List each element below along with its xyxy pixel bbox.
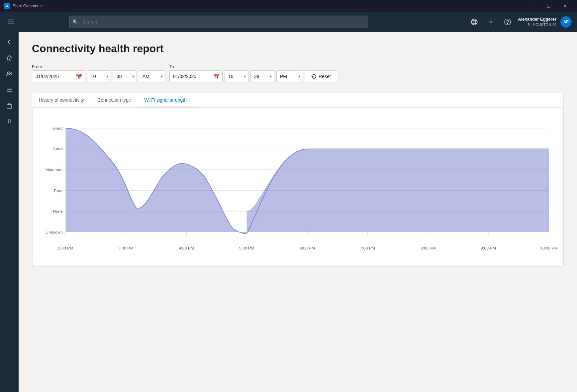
svg-point-10 xyxy=(508,24,508,24)
title-bar: SC Store Commerce ─ □ ✕ xyxy=(0,0,577,12)
to-group: To 📅 109118 3800153045 xyxy=(169,64,337,82)
to-hour-select[interactable]: 109118 xyxy=(225,70,248,82)
svg-point-8 xyxy=(490,21,492,23)
user-name: Alexander Eggerer xyxy=(518,16,556,22)
tab-history[interactable]: History of connectivity xyxy=(32,93,91,107)
sidebar-item-group[interactable] xyxy=(2,66,17,81)
tabs: History of connectivity Connection type … xyxy=(32,93,563,107)
sidebar-item-back[interactable] xyxy=(2,35,17,49)
chart-container: Great Good Moderate Poor None Unknown 2:… xyxy=(32,107,563,267)
nav-actions: Alexander Eggerer 5 - HOUSTON-42 AE xyxy=(468,16,572,28)
hamburger-button[interactable] xyxy=(5,16,17,28)
app-icon: SC xyxy=(4,3,10,9)
svg-rect-2 xyxy=(8,24,14,24)
from-label: From xyxy=(32,64,165,69)
from-hour-wrap: 109118 xyxy=(87,70,111,82)
from-period-select[interactable]: AMPM xyxy=(139,70,165,82)
svg-text:Poor: Poor xyxy=(54,188,63,193)
nav-bar: 🔍 Alexander Eggerer 5 - HOUSTON-42 AE xyxy=(0,12,577,32)
svg-text:None: None xyxy=(53,209,63,214)
svg-text:8:00 PM: 8:00 PM xyxy=(421,246,436,250)
tab-wifi[interactable]: Wi-Fi signal strength xyxy=(138,93,193,107)
svg-text:9:00 PM: 9:00 PM xyxy=(481,246,496,250)
from-date-wrap: 📅 xyxy=(32,70,85,82)
svg-text:Unknown: Unknown xyxy=(46,230,62,234)
to-period-select[interactable]: PMAM xyxy=(276,70,303,82)
search-icon: 🔍 xyxy=(72,19,78,25)
page-title: Connectivity health report xyxy=(32,43,564,55)
svg-text:7:00 PM: 7:00 PM xyxy=(360,246,375,250)
sidebar-item-bag[interactable] xyxy=(2,98,17,113)
from-controls: 📅 109118 3800153045 AMPM xyxy=(32,70,165,82)
search-bar: 🔍 xyxy=(69,16,368,28)
minimize-button[interactable]: ─ xyxy=(525,0,540,12)
sidebar-item-home[interactable] xyxy=(2,50,17,65)
help-button[interactable] xyxy=(501,16,514,28)
from-hour-select[interactable]: 109118 xyxy=(87,70,111,82)
title-bar-left: SC Store Commerce xyxy=(4,3,43,9)
tab-connection[interactable]: Connection type xyxy=(91,93,138,107)
maximize-button[interactable]: □ xyxy=(541,0,556,12)
main-layout: 0 Connectivity health report From 📅 1091… xyxy=(0,32,577,392)
app-title: Store Commerce xyxy=(13,4,43,8)
svg-text:Good: Good xyxy=(53,147,63,151)
svg-text:5:00 PM: 5:00 PM xyxy=(239,246,254,250)
report-card: History of connectivity Connection type … xyxy=(32,93,564,267)
content: Connectivity health report From 📅 109118 xyxy=(19,32,577,392)
svg-rect-1 xyxy=(8,22,14,22)
svg-text:2:00 PM: 2:00 PM xyxy=(58,246,73,250)
svg-text:6:00 PM: 6:00 PM xyxy=(300,246,315,250)
svg-point-11 xyxy=(7,72,9,74)
svg-text:3:00 PM: 3:00 PM xyxy=(118,246,134,250)
to-label: To xyxy=(169,64,337,69)
svg-text:10:00 PM: 10:00 PM xyxy=(540,246,558,250)
to-hour-wrap: 109118 xyxy=(225,70,248,82)
svg-rect-0 xyxy=(8,20,14,20)
user-sub: 5 - HOUSTON-42 xyxy=(528,22,556,27)
to-controls: 📅 109118 3800153045 PMAM xyxy=(169,70,337,82)
search-input[interactable] xyxy=(69,16,368,28)
chart-svg: Great Good Moderate Poor None Unknown 2:… xyxy=(36,114,556,260)
from-minute-wrap: 3800153045 xyxy=(113,70,137,82)
svg-text:Moderate: Moderate xyxy=(46,167,63,172)
reset-icon xyxy=(311,74,317,79)
to-period-wrap: PMAM xyxy=(276,70,303,82)
svg-point-12 xyxy=(10,72,12,74)
sidebar: 0 xyxy=(0,32,19,392)
svg-text:4:00 PM: 4:00 PM xyxy=(179,246,194,250)
reset-label: Reset xyxy=(319,74,331,79)
from-group: From 📅 109118 3800153045 xyxy=(32,64,165,82)
from-period-wrap: AMPM xyxy=(139,70,165,82)
to-calendar-icon[interactable]: 📅 xyxy=(213,73,220,80)
close-button[interactable]: ✕ xyxy=(558,0,573,12)
avatar[interactable]: AE xyxy=(560,16,572,28)
to-minute-wrap: 3800153045 xyxy=(250,70,274,82)
reset-button[interactable]: Reset xyxy=(305,70,337,82)
from-calendar-icon[interactable]: 📅 xyxy=(76,73,82,80)
to-minute-select[interactable]: 3800153045 xyxy=(250,70,274,82)
date-range-row: From 📅 109118 3800153045 xyxy=(32,64,564,82)
title-bar-controls: ─ □ ✕ xyxy=(525,0,573,12)
svg-rect-16 xyxy=(7,105,12,108)
to-date-wrap: 📅 xyxy=(169,70,223,82)
from-minute-select[interactable]: 3800153045 xyxy=(113,70,137,82)
settings-button[interactable] xyxy=(485,16,497,28)
sidebar-item-zero[interactable]: 0 xyxy=(2,114,17,129)
svg-text:Great: Great xyxy=(52,126,63,130)
user-info: Alexander Eggerer 5 - HOUSTON-42 xyxy=(518,16,556,28)
sidebar-item-list[interactable] xyxy=(2,82,17,97)
globe-button[interactable] xyxy=(468,16,481,28)
